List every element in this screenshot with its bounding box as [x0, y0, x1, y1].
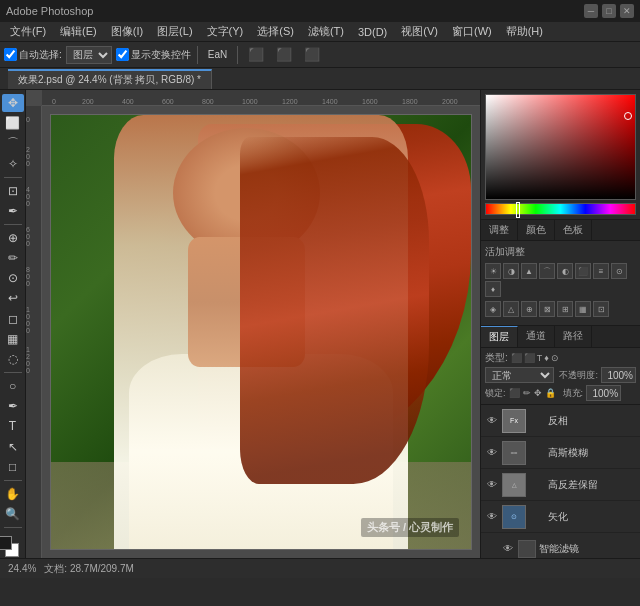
tool-shape[interactable]: □ — [2, 458, 24, 476]
adj-channel-mixer[interactable]: ◈ — [485, 301, 501, 317]
tool-hand[interactable]: ✋ — [2, 485, 24, 503]
layer-type-icon-2[interactable]: ⬛ — [524, 353, 535, 363]
menu-file[interactable]: 文件(F) — [4, 23, 52, 40]
opacity-input[interactable]: 100% — [601, 367, 636, 383]
layers-tab-channels[interactable]: 通道 — [518, 326, 555, 347]
lock-transparent-icon[interactable]: ⬛ — [509, 388, 520, 398]
adj-threshold[interactable]: ⊞ — [557, 301, 573, 317]
menu-layer[interactable]: 图层(L) — [151, 23, 198, 40]
adj-vibrance[interactable]: ⬛ — [575, 263, 591, 279]
menu-image[interactable]: 图像(I) — [105, 23, 149, 40]
minimize-button[interactable]: ─ — [584, 4, 598, 18]
layer-type-icon-4[interactable]: ♦ — [544, 353, 549, 363]
tool-history-brush[interactable]: ↩ — [2, 289, 24, 307]
layer-name-fanxiang: 反相 — [548, 414, 636, 428]
auto-select-checkbox[interactable] — [4, 48, 17, 61]
adj-selective-color[interactable]: ⊡ — [593, 301, 609, 317]
layer-item-smartfilter[interactable]: 👁 智能滤镜 — [481, 533, 640, 558]
bottom-bar: 24.4% 文档: 28.7M/209.7M — [0, 558, 640, 578]
hue-slider[interactable] — [485, 203, 636, 215]
layer-item-gauss[interactable]: 👁 ≈≈ 高斯模糊 — [481, 437, 640, 469]
lock-label: 锁定: — [485, 387, 506, 400]
tool-blur[interactable]: ◌ — [2, 350, 24, 368]
adj-color-lookup[interactable]: △ — [503, 301, 519, 317]
layers-tab-layers[interactable]: 图层 — [481, 326, 518, 347]
align-center-icon[interactable]: ⬛ — [272, 46, 296, 63]
tool-eyedropper[interactable]: ✒ — [2, 202, 24, 220]
tool-eraser[interactable]: ◻ — [2, 310, 24, 328]
lock-all-icon[interactable]: 🔒 — [545, 388, 556, 398]
toolbar: 自动选择: 图层 显示变换控件 EaN ⬛ ⬛ ⬛ — [0, 42, 640, 68]
tool-dodge[interactable]: ○ — [2, 377, 24, 395]
color-swatch-container[interactable] — [0, 536, 20, 554]
adjustments-section: 活加调整 ☀ ◑ ▲ ⌒ ◐ ⬛ ≡ ⊙ ♦ ◈ △ ⊕ ⊠ ⊞ ▦ ⊡ — [481, 241, 640, 326]
tool-gradient[interactable]: ▦ — [2, 330, 24, 348]
adj-contrast[interactable]: ◑ — [503, 263, 519, 279]
file-tab-item[interactable]: 效果2.psd @ 24.4% (背景 拷贝, RGB/8) * — [8, 69, 212, 89]
color-gradient[interactable] — [485, 94, 636, 200]
layer-eye-gauss[interactable]: 👁 — [485, 446, 499, 460]
panel-tab-swatch[interactable]: 色板 — [555, 220, 592, 240]
menu-text[interactable]: 文字(Y) — [201, 23, 250, 40]
window-controls: ─ □ ✕ — [584, 4, 634, 18]
fill-input[interactable]: 100% — [586, 385, 621, 401]
adj-exposure[interactable]: ◐ — [557, 263, 573, 279]
blend-mode-select[interactable]: 正常 — [485, 367, 554, 383]
tool-pen[interactable]: ✒ — [2, 397, 24, 415]
adj-hue-sat[interactable]: ≡ — [593, 263, 609, 279]
layer-item-fanxiang[interactable]: 👁 Fx 反相 — [481, 405, 640, 437]
layer-eye-fanxiang[interactable]: 👁 — [485, 414, 499, 428]
layer-type-icon-1[interactable]: ⬛ — [511, 353, 522, 363]
layer-type-icon-5[interactable]: ⊙ — [551, 353, 559, 363]
tool-lasso[interactable]: ⌒ — [2, 134, 24, 152]
layer-item-vectorize[interactable]: 👁 ⊙ 矢化 — [481, 501, 640, 533]
tool-move[interactable]: ✥ — [2, 94, 24, 112]
canvas-viewport[interactable]: 头条号 / 心灵制作 — [42, 106, 480, 558]
tool-zoom[interactable]: 🔍 — [2, 505, 24, 523]
adj-posterize[interactable]: ⊠ — [539, 301, 555, 317]
color-cursor — [624, 112, 632, 120]
tool-text[interactable]: T — [2, 417, 24, 435]
menu-view[interactable]: 视图(V) — [395, 23, 444, 40]
maximize-button[interactable]: □ — [602, 4, 616, 18]
layer-item-highpass[interactable]: 👁 △ 高反差保留 — [481, 469, 640, 501]
lock-position-icon[interactable]: ✥ — [534, 388, 542, 398]
tool-heal[interactable]: ⊕ — [2, 229, 24, 247]
adj-gradient-map[interactable]: ▦ — [575, 301, 591, 317]
align-left-icon[interactable]: ⬛ — [244, 46, 268, 63]
menu-edit[interactable]: 编辑(E) — [54, 23, 103, 40]
tool-magic-wand[interactable]: ✧ — [2, 155, 24, 173]
adj-brightness[interactable]: ☀ — [485, 263, 501, 279]
tool-brush[interactable]: ✏ — [2, 249, 24, 267]
tool-marquee[interactable]: ⬜ — [2, 114, 24, 132]
menu-filter[interactable]: 滤镜(T) — [302, 23, 350, 40]
adj-invert[interactable]: ⊕ — [521, 301, 537, 317]
layer-type-icon-3[interactable]: T — [537, 353, 543, 363]
panel-tab-adjust[interactable]: 调整 — [481, 220, 518, 240]
menu-3d[interactable]: 3D(D) — [352, 25, 393, 39]
layer-eye-vectorize[interactable]: 👁 — [485, 510, 499, 524]
menu-select[interactable]: 选择(S) — [251, 23, 300, 40]
panel-tab-color[interactable]: 颜色 — [518, 220, 555, 240]
tool-path-select[interactable]: ↖ — [2, 437, 24, 455]
adj-photo-filter[interactable]: ♦ — [485, 281, 501, 297]
show-controls-checkbox[interactable] — [116, 48, 129, 61]
layers-tab-paths[interactable]: 路径 — [555, 326, 592, 347]
tool-stamp[interactable]: ⊙ — [2, 269, 24, 287]
tool-crop[interactable]: ⊡ — [2, 182, 24, 200]
adj-curves[interactable]: ⌒ — [539, 263, 555, 279]
auto-select-type[interactable]: 图层 — [66, 46, 112, 64]
canvas-image: 头条号 / 心灵制作 — [50, 114, 472, 550]
close-button[interactable]: ✕ — [620, 4, 634, 18]
adj-levels[interactable]: ▲ — [521, 263, 537, 279]
layer-eye-smartfilter[interactable]: 👁 — [501, 542, 515, 556]
align-right-icon[interactable]: ⬛ — [300, 46, 324, 63]
layer-eye-highpass[interactable]: 👁 — [485, 478, 499, 492]
adj-color-balance[interactable]: ⊙ — [611, 263, 627, 279]
foreground-color[interactable] — [0, 536, 12, 550]
menu-window[interactable]: 窗口(W) — [446, 23, 498, 40]
menu-help[interactable]: 帮助(H) — [500, 23, 549, 40]
type-label: 类型: — [485, 351, 508, 365]
tool-separator-2 — [4, 224, 22, 225]
lock-paint-icon[interactable]: ✏ — [523, 388, 531, 398]
